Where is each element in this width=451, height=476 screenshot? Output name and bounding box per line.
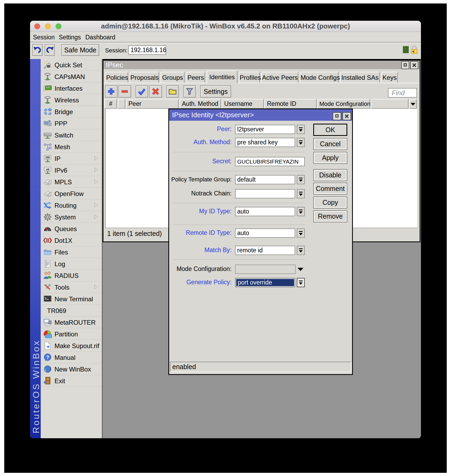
svg-text:255: 255 bbox=[45, 156, 50, 159]
svg-text:?: ? bbox=[46, 354, 49, 360]
svg-text:v6: v6 bbox=[46, 168, 49, 171]
